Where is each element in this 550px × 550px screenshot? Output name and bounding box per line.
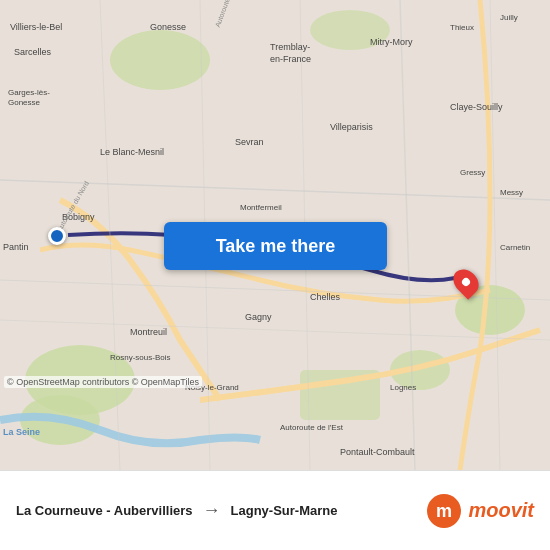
moovit-brand-name: moovit [468, 499, 534, 522]
svg-text:Montreuil: Montreuil [130, 327, 167, 337]
svg-text:Juilly: Juilly [500, 13, 518, 22]
svg-text:en-France: en-France [270, 54, 311, 64]
svg-text:Messy: Messy [500, 188, 523, 197]
svg-point-6 [110, 30, 210, 90]
footer: La Courneuve - Aubervilliers → Lagny-Sur… [0, 470, 550, 550]
route-info: La Courneuve - Aubervilliers → Lagny-Sur… [16, 500, 426, 521]
destination-marker [455, 268, 477, 296]
svg-text:Sarcelles: Sarcelles [14, 47, 52, 57]
svg-text:Le Blanc-Mesnil: Le Blanc-Mesnil [100, 147, 164, 157]
svg-text:m: m [436, 501, 452, 521]
route-arrow-icon: → [203, 500, 221, 521]
svg-text:Tremblay-: Tremblay- [270, 42, 310, 52]
origin-label: La Courneuve - Aubervilliers [16, 503, 193, 518]
map-copyright: © OpenStreetMap contributors © OpenMapTi… [4, 376, 202, 388]
svg-text:Gagny: Gagny [245, 312, 272, 322]
moovit-logo: m moovit [426, 493, 534, 529]
origin-marker [48, 227, 66, 245]
svg-text:Mitry-Mory: Mitry-Mory [370, 37, 413, 47]
svg-text:Villiers-le-Bel: Villiers-le-Bel [10, 22, 62, 32]
svg-text:Gonesse: Gonesse [8, 98, 41, 107]
svg-text:Gressy: Gressy [460, 168, 485, 177]
svg-text:Pantin: Pantin [3, 242, 29, 252]
svg-text:Sevran: Sevran [235, 137, 264, 147]
svg-text:Claye-Souilly: Claye-Souilly [450, 102, 503, 112]
svg-text:Rosny-sous-Bois: Rosny-sous-Bois [110, 353, 170, 362]
svg-text:Villeparisis: Villeparisis [330, 122, 373, 132]
moovit-logo-svg: m [426, 493, 462, 529]
svg-text:Montfermeil: Montfermeil [240, 203, 282, 212]
svg-text:Pontault-Combault: Pontault-Combault [340, 447, 415, 457]
take-me-there-button[interactable]: Take me there [164, 222, 387, 270]
svg-text:Thieux: Thieux [450, 23, 474, 32]
map[interactable]: Villiers-le-Bel Sarcelles Garges-lès- Go… [0, 0, 550, 470]
destination-label: Lagny-Sur-Marne [231, 503, 338, 518]
svg-text:Garges-lès-: Garges-lès- [8, 88, 50, 97]
svg-text:Gonesse: Gonesse [150, 22, 186, 32]
svg-text:La Seine: La Seine [3, 427, 40, 437]
svg-text:Carnetin: Carnetin [500, 243, 530, 252]
svg-text:Chelles: Chelles [310, 292, 341, 302]
svg-text:Autoroute de l'Est: Autoroute de l'Est [280, 423, 344, 432]
svg-text:Lognes: Lognes [390, 383, 416, 392]
